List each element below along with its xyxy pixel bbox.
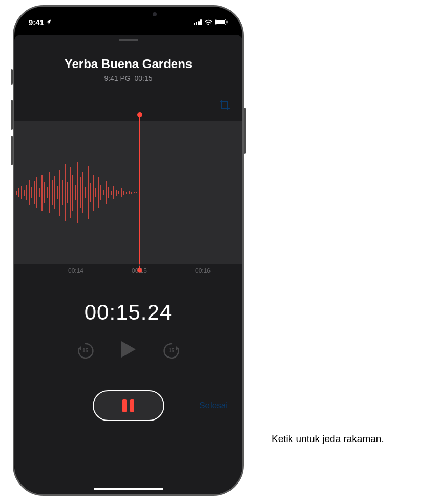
svg-point-0 [208, 23, 209, 25]
ruler-tick: 00:14 [68, 267, 83, 275]
wifi-icon [204, 18, 213, 27]
battery-icon [215, 18, 228, 27]
recording-sheet: Yerba Buena Gardens 9:41 PG 00:15 [14, 35, 242, 494]
pause-record-button[interactable] [93, 390, 164, 421]
callout-line [172, 439, 267, 439]
timeline-ruler[interactable]: 00:14 00:15 00:16 [14, 264, 242, 280]
svg-rect-2 [216, 20, 225, 24]
playhead-indicator[interactable] [139, 115, 140, 270]
app-screen: 9:41 Yerba Buena Gardens 9:41 PG 00:15 [14, 7, 242, 494]
ruler-tick: 00:16 [195, 267, 211, 275]
skip-back-15-button[interactable]: 15 [76, 341, 95, 360]
status-time: 9:41 [29, 18, 44, 27]
cellular-signal-icon [194, 19, 202, 25]
power-button[interactable] [244, 108, 246, 154]
done-button[interactable]: Selesai [199, 401, 228, 411]
front-camera [153, 12, 157, 16]
skip-forward-15-button[interactable]: 15 [162, 341, 181, 360]
location-icon [46, 19, 52, 25]
svg-rect-3 [227, 20, 228, 23]
recording-subtitle: 9:41 PG 00:15 [14, 74, 242, 82]
audio-waveform [14, 152, 139, 234]
recording-title[interactable]: Yerba Buena Gardens [14, 57, 242, 71]
notch [80, 7, 177, 22]
trim-icon[interactable] [219, 99, 231, 113]
playback-controls: 15 15 [14, 340, 242, 361]
ruler-tick: 00:15 [132, 267, 147, 275]
elapsed-time: 00:15.24 [14, 300, 242, 325]
waveform-display[interactable] [14, 121, 242, 264]
home-indicator[interactable] [94, 488, 163, 490]
sheet-grabber[interactable] [119, 39, 138, 41]
callout-label: Ketik untuk jeda rakaman. [271, 433, 384, 445]
phone-frame: 9:41 Yerba Buena Gardens 9:41 PG 00:15 [13, 5, 244, 496]
play-button[interactable] [120, 340, 137, 361]
